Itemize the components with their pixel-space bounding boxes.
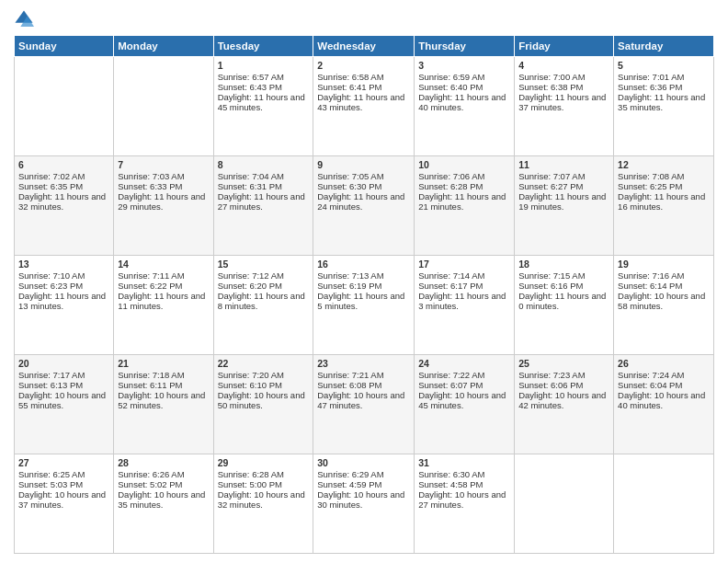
- calendar-cell: 25Sunrise: 7:23 AMSunset: 6:06 PMDayligh…: [515, 355, 614, 454]
- day-info: Daylight: 10 hours and 55 minutes.: [18, 390, 109, 410]
- weekday-header-row: SundayMondayTuesdayWednesdayThursdayFrid…: [15, 36, 714, 57]
- day-info: Sunset: 6:38 PM: [518, 82, 609, 92]
- week-row-5: 27Sunrise: 6:25 AMSunset: 5:03 PMDayligh…: [15, 454, 714, 554]
- day-info: Sunrise: 6:26 AM: [118, 469, 209, 479]
- day-info: Sunrise: 6:25 AM: [18, 469, 109, 479]
- weekday-header-wednesday: Wednesday: [313, 36, 415, 57]
- calendar-cell: 1Sunrise: 6:57 AMSunset: 6:43 PMDaylight…: [213, 57, 313, 156]
- day-info: Sunset: 5:03 PM: [18, 479, 109, 489]
- calendar-cell: 31Sunrise: 6:30 AMSunset: 4:58 PMDayligh…: [415, 454, 515, 554]
- day-info: Daylight: 10 hours and 50 minutes.: [218, 390, 310, 410]
- day-info: Sunset: 6:10 PM: [218, 380, 310, 390]
- calendar-cell: 9Sunrise: 7:05 AMSunset: 6:30 PMDaylight…: [313, 156, 415, 256]
- day-info: Sunset: 4:59 PM: [317, 479, 410, 489]
- day-info: Daylight: 11 hours and 29 minutes.: [118, 191, 209, 212]
- day-info: Sunrise: 7:11 AM: [118, 270, 209, 281]
- weekday-header-sunday: Sunday: [15, 36, 114, 57]
- day-info: Daylight: 11 hours and 35 minutes.: [618, 92, 710, 112]
- week-row-1: 1Sunrise: 6:57 AMSunset: 6:43 PMDaylight…: [15, 57, 714, 156]
- day-number: 9: [317, 159, 410, 170]
- calendar-cell: 19Sunrise: 7:16 AMSunset: 6:14 PMDayligh…: [614, 256, 714, 355]
- day-number: 1: [218, 60, 310, 71]
- calendar-table: SundayMondayTuesdayWednesdayThursdayFrid…: [14, 35, 714, 554]
- day-number: 29: [218, 457, 310, 468]
- weekday-header-thursday: Thursday: [415, 36, 515, 57]
- day-info: Sunset: 6:16 PM: [518, 281, 609, 291]
- day-info: Sunrise: 6:57 AM: [218, 72, 310, 82]
- day-info: Daylight: 11 hours and 45 minutes.: [218, 92, 310, 112]
- day-number: 5: [618, 60, 710, 71]
- day-number: 16: [317, 259, 410, 270]
- day-info: Sunset: 6:13 PM: [18, 380, 109, 390]
- day-number: 22: [218, 358, 310, 369]
- day-number: 4: [518, 60, 609, 71]
- day-info: Daylight: 10 hours and 27 minutes.: [418, 489, 510, 510]
- calendar-cell: 13Sunrise: 7:10 AMSunset: 6:23 PMDayligh…: [15, 256, 114, 355]
- day-info: Daylight: 11 hours and 8 minutes.: [218, 291, 310, 311]
- day-info: Sunrise: 7:08 AM: [618, 171, 710, 181]
- day-info: Daylight: 11 hours and 27 minutes.: [218, 191, 310, 212]
- day-info: Sunrise: 7:06 AM: [418, 171, 510, 181]
- day-number: 12: [618, 159, 710, 170]
- day-info: Sunrise: 6:29 AM: [317, 469, 410, 479]
- weekday-header-monday: Monday: [114, 36, 213, 57]
- day-number: 10: [418, 159, 510, 170]
- calendar-page: SundayMondayTuesdayWednesdayThursdayFrid…: [0, 0, 728, 563]
- day-number: 17: [418, 259, 510, 270]
- day-info: Daylight: 11 hours and 40 minutes.: [418, 92, 510, 112]
- day-info: Daylight: 11 hours and 24 minutes.: [317, 191, 410, 212]
- day-number: 21: [118, 358, 209, 369]
- day-info: Sunset: 6:40 PM: [418, 82, 510, 92]
- header: [14, 9, 714, 29]
- calendar-cell: 21Sunrise: 7:18 AMSunset: 6:11 PMDayligh…: [114, 355, 213, 454]
- day-number: 28: [118, 457, 209, 468]
- day-info: Sunset: 6:19 PM: [317, 281, 410, 291]
- day-number: 26: [618, 358, 710, 369]
- calendar-cell: 3Sunrise: 6:59 AMSunset: 6:40 PMDaylight…: [415, 57, 515, 156]
- calendar-cell: 20Sunrise: 7:17 AMSunset: 6:13 PMDayligh…: [15, 355, 114, 454]
- day-info: Sunrise: 7:18 AM: [118, 370, 209, 380]
- day-info: Sunrise: 7:20 AM: [218, 370, 310, 380]
- day-info: Sunset: 6:27 PM: [518, 181, 609, 191]
- calendar-cell: 18Sunrise: 7:15 AMSunset: 6:16 PMDayligh…: [515, 256, 614, 355]
- day-info: Sunset: 6:14 PM: [618, 281, 710, 291]
- day-info: Sunrise: 7:16 AM: [618, 270, 710, 281]
- day-info: Daylight: 11 hours and 11 minutes.: [118, 291, 209, 311]
- day-info: Sunrise: 7:24 AM: [618, 370, 710, 380]
- day-info: Sunset: 6:04 PM: [618, 380, 710, 390]
- calendar-cell: 15Sunrise: 7:12 AMSunset: 6:20 PMDayligh…: [213, 256, 313, 355]
- day-info: Sunrise: 7:10 AM: [18, 270, 109, 281]
- weekday-header-saturday: Saturday: [614, 36, 714, 57]
- day-info: Daylight: 11 hours and 19 minutes.: [518, 191, 609, 212]
- day-info: Sunset: 6:30 PM: [317, 181, 410, 191]
- day-info: Daylight: 10 hours and 35 minutes.: [118, 489, 209, 510]
- day-info: Sunset: 6:35 PM: [18, 181, 109, 191]
- week-row-3: 13Sunrise: 7:10 AMSunset: 6:23 PMDayligh…: [15, 256, 714, 355]
- calendar-cell: [15, 57, 114, 156]
- day-info: Sunset: 6:07 PM: [418, 380, 510, 390]
- day-info: Sunset: 5:00 PM: [218, 479, 310, 489]
- logo-icon: [14, 9, 34, 29]
- day-info: Sunset: 6:36 PM: [618, 82, 710, 92]
- day-info: Daylight: 11 hours and 21 minutes.: [418, 191, 510, 212]
- day-info: Sunrise: 7:22 AM: [418, 370, 510, 380]
- day-number: 27: [18, 457, 109, 468]
- calendar-cell: [515, 454, 614, 554]
- day-info: Sunset: 6:08 PM: [317, 380, 410, 390]
- day-info: Sunset: 6:11 PM: [118, 380, 209, 390]
- day-info: Daylight: 11 hours and 3 minutes.: [418, 291, 510, 311]
- day-info: Sunrise: 7:15 AM: [518, 270, 609, 281]
- day-info: Sunset: 6:31 PM: [218, 181, 310, 191]
- day-info: Daylight: 10 hours and 47 minutes.: [317, 390, 410, 410]
- calendar-cell: 6Sunrise: 7:02 AMSunset: 6:35 PMDaylight…: [15, 156, 114, 256]
- weekday-header-friday: Friday: [515, 36, 614, 57]
- calendar-cell: 23Sunrise: 7:21 AMSunset: 6:08 PMDayligh…: [313, 355, 415, 454]
- calendar-cell: 2Sunrise: 6:58 AMSunset: 6:41 PMDaylight…: [313, 57, 415, 156]
- day-info: Sunset: 6:20 PM: [218, 281, 310, 291]
- day-info: Sunrise: 7:12 AM: [218, 270, 310, 281]
- day-info: Sunrise: 7:14 AM: [418, 270, 510, 281]
- day-number: 13: [18, 259, 109, 270]
- day-info: Daylight: 11 hours and 37 minutes.: [518, 92, 609, 112]
- day-info: Sunrise: 7:00 AM: [518, 72, 609, 82]
- calendar-cell: 14Sunrise: 7:11 AMSunset: 6:22 PMDayligh…: [114, 256, 213, 355]
